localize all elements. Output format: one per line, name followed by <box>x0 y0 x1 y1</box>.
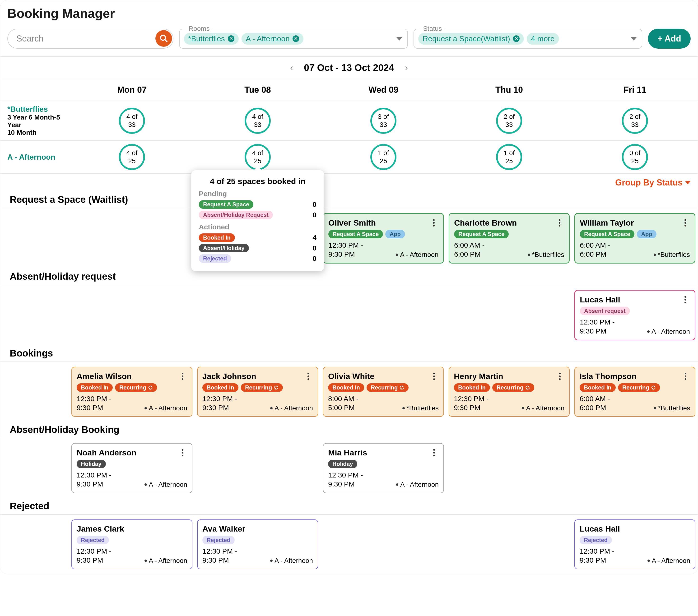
booking-time: 12:30 PM -9:30 PM <box>329 241 363 258</box>
capacity-pill[interactable]: 4 of33 <box>119 108 145 134</box>
chip-waitlist[interactable]: Request a Space(Waitlist) ✕ <box>418 33 524 45</box>
dot-icon <box>396 484 399 486</box>
booking-card[interactable]: Ava Walker Rejected 12:30 PM -9:30 PM A … <box>197 519 318 569</box>
dot-icon <box>144 407 147 409</box>
pill-recurring: Recurring <box>241 383 283 392</box>
pill-recurring: Recurring <box>115 383 157 392</box>
next-week-button[interactable]: › <box>402 63 411 73</box>
booking-room: A - Afternoon <box>144 557 187 564</box>
room-name[interactable]: A - Afternoon <box>8 153 69 162</box>
pill-request-a-space: Request A Space <box>199 200 253 209</box>
booking-card[interactable]: Lucas Hall Rejected 12:30 PM -9:30 PM A … <box>574 519 695 569</box>
booking-room: A - Afternoon <box>396 251 438 258</box>
booking-room: A - Afternoon <box>270 404 313 412</box>
svg-line-1 <box>165 40 168 42</box>
pill-app: App <box>385 230 405 238</box>
search-input[interactable] <box>8 29 173 48</box>
day-wed: Wed 09 <box>321 79 446 101</box>
booking-card[interactable]: Amelia Wilson Booked In Recurring 12:30 … <box>71 367 192 417</box>
prev-week-button[interactable]: ‹ <box>287 63 296 73</box>
pill-booked-in: Booked In <box>454 383 490 392</box>
booking-room: A - Afternoon <box>270 557 313 564</box>
chip-afternoon[interactable]: A - Afternoon ✕ <box>241 33 304 45</box>
booking-card[interactable]: Charlotte Brown Request A Space 6:00 AM … <box>449 213 570 264</box>
capacity-pill[interactable]: 2 of33 <box>622 108 648 134</box>
booking-room: *Butterflies <box>654 251 690 258</box>
capacity-pill[interactable]: 1 of25 <box>496 144 522 170</box>
room-name[interactable]: *Butterflies <box>8 105 69 114</box>
booking-time: 6:00 AM -6:00 PM <box>454 241 485 258</box>
pill-recurring: Recurring <box>492 383 534 392</box>
group-header-absent-req: Absent/Holiday request <box>0 268 698 285</box>
chip-remove-icon[interactable]: ✕ <box>228 36 234 42</box>
card-menu-button[interactable] <box>681 218 690 227</box>
capacity-popover: 4 of 25 spaces booked in Pending Request… <box>191 170 324 271</box>
card-menu-button[interactable] <box>681 372 690 381</box>
booking-name: Henry Martin <box>454 372 503 381</box>
capacity-pill[interactable]: 4 of25 <box>119 144 145 170</box>
booking-card[interactable]: Noah Anderson Holiday 12:30 PM -9:30 PM … <box>71 443 192 493</box>
week-navigator: ‹ 07 Oct - 13 Oct 2024 › <box>0 57 698 79</box>
capacity-pill[interactable]: 1 of25 <box>371 144 396 170</box>
card-menu-button[interactable] <box>178 372 187 381</box>
chip-label: Request a Space(Waitlist) <box>422 34 510 43</box>
group-grid-bookings: Amelia Wilson Booked In Recurring 12:30 … <box>0 362 698 421</box>
booking-name: Oliver Smith <box>329 218 376 227</box>
booking-name: Mia Harris <box>328 448 367 457</box>
rooms-filter-label: Rooms <box>186 25 212 32</box>
popover-row-absent-hol: Absent/Holiday 0 <box>199 244 317 252</box>
popover-count: 0 <box>312 244 317 252</box>
booking-card[interactable]: Jack Johnson Booked In Recurring 12:30 P… <box>197 367 318 417</box>
pill-booked-in: Booked In <box>76 383 113 392</box>
capacity-pill[interactable]: 3 of33 <box>371 108 396 134</box>
booking-card[interactable]: Lucas Hall Absent request 12:30 PM -9:30… <box>574 290 695 340</box>
chip-remove-icon[interactable]: ✕ <box>513 36 520 42</box>
group-header-absent-book: Absent/Holiday Booking <box>0 421 698 438</box>
booking-time: 12:30 PM -9:30 PM <box>76 471 112 488</box>
card-menu-button[interactable] <box>304 372 313 381</box>
booking-room: A - Afternoon <box>396 481 439 488</box>
booking-time: 12:30 PM -9:30 PM <box>454 394 489 412</box>
booking-card[interactable]: Mia Harris Holiday 12:30 PM -9:30 PM A -… <box>323 443 444 493</box>
pill-holiday: Holiday <box>328 460 357 468</box>
dot-icon <box>528 254 530 256</box>
card-menu-button[interactable] <box>178 448 187 457</box>
booking-card[interactable]: James Clark Rejected 12:30 PM -9:30 PM A… <box>71 519 192 569</box>
card-menu-button[interactable] <box>429 372 439 381</box>
card-menu-button[interactable] <box>555 372 564 381</box>
booking-card[interactable]: Oliver Smith Request A Space App 12:30 P… <box>323 213 444 264</box>
rooms-filter[interactable]: Rooms *Butterflies ✕ A - Afternoon ✕ <box>179 29 408 48</box>
pill-request-a-space: Request A Space <box>454 230 509 238</box>
card-menu-button[interactable] <box>555 218 564 227</box>
group-by-toggle[interactable]: Group By Status <box>0 174 698 192</box>
recurring-icon <box>274 385 279 390</box>
booking-name: Ava Walker <box>203 524 245 533</box>
booking-card[interactable]: Henry Martin Booked In Recurring 12:30 P… <box>449 367 570 417</box>
group-grid-absent-req: Lucas Hall Absent request 12:30 PM -9:30… <box>0 285 698 345</box>
page-title: Booking Manager <box>0 0 698 23</box>
booking-card[interactable]: Isla Thompson Booked In Recurring 6:00 A… <box>574 367 695 417</box>
card-menu-button[interactable] <box>429 448 439 457</box>
pill-rejected: Rejected <box>199 254 231 263</box>
chip-remove-icon[interactable]: ✕ <box>293 36 299 42</box>
pill-absent-request: Absent/Holiday Request <box>199 211 273 219</box>
booking-name: Jack Johnson <box>203 372 256 381</box>
card-menu-button[interactable] <box>429 218 438 227</box>
pill-booked-in: Booked In <box>199 234 235 242</box>
chip-more[interactable]: 4 more <box>527 33 559 45</box>
chip-butterflies[interactable]: *Butterflies ✕ <box>184 33 239 45</box>
booking-card[interactable]: William Taylor Request A Space App 6:00 … <box>574 213 695 264</box>
capacity-pill[interactable]: 0 of25 <box>622 144 648 170</box>
status-filter[interactable]: Status Request a Space(Waitlist) ✕ 4 mor… <box>414 29 642 48</box>
booking-card[interactable]: Olivia White Booked In Recurring 8:00 AM… <box>323 367 444 417</box>
group-header-bookings: Bookings <box>0 345 698 362</box>
add-button[interactable]: + Add <box>648 29 690 48</box>
booking-time: 12:30 PM -9:30 PM <box>76 394 112 412</box>
card-menu-button[interactable] <box>681 295 690 304</box>
dot-icon <box>654 407 656 409</box>
booking-time: 12:30 PM -9:30 PM <box>203 394 237 412</box>
capacity-pill[interactable]: 4 of33 <box>245 108 271 134</box>
capacity-pill[interactable]: 2 of33 <box>496 108 522 134</box>
popover-count: 0 <box>312 200 317 209</box>
search-button[interactable] <box>155 30 172 47</box>
